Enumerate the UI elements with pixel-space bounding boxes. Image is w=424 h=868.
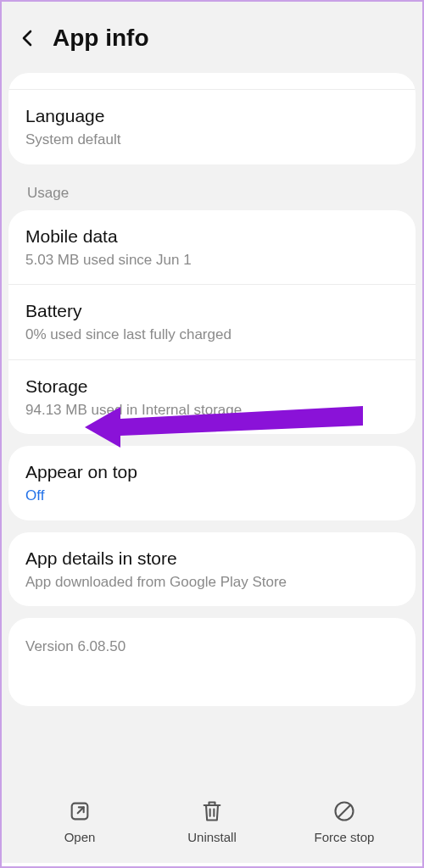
row-store-title: App details in store — [25, 548, 399, 570]
content-scroll[interactable]: Language System default Usage Mobile dat… — [8, 73, 416, 787]
row-appear-on-top-sub: Off — [25, 487, 399, 504]
row-app-details-in-store[interactable]: App details in store App downloaded from… — [8, 532, 416, 607]
card-usage: Mobile data 5.03 MB used since Jun 1 Bat… — [8, 210, 416, 435]
forbid-icon — [332, 799, 356, 823]
uninstall-label: Uninstall — [187, 830, 237, 844]
open-icon — [68, 799, 92, 823]
row-mobile-data-title: Mobile data — [25, 225, 399, 248]
bottom-bar: Open Uninstall Force stop — [8, 787, 416, 856]
trash-icon — [200, 799, 224, 823]
row-storage[interactable]: Storage 94.13 MB used in Internal storag… — [8, 359, 416, 435]
force-stop-button[interactable]: Force stop — [279, 799, 410, 844]
card-default: Language System default — [8, 73, 416, 164]
row-battery[interactable]: Battery 0% used since last fully charged — [8, 284, 416, 359]
card-version: Version 6.08.50 — [8, 618, 416, 706]
header: App info — [8, 8, 416, 73]
svg-line-4 — [338, 805, 350, 817]
card-store-details: App details in store App downloaded from… — [8, 532, 416, 607]
row-battery-sub: 0% used since last fully charged — [25, 326, 399, 343]
row-appear-on-top-title: Appear on top — [25, 461, 399, 483]
row-truncated[interactable] — [8, 73, 416, 90]
row-language-title: Language — [25, 105, 399, 127]
page-title: App info — [53, 25, 149, 52]
row-mobile-data[interactable]: Mobile data 5.03 MB used since Jun 1 — [8, 210, 416, 285]
open-label: Open — [64, 830, 96, 844]
open-button[interactable]: Open — [14, 799, 145, 844]
uninstall-button[interactable]: Uninstall — [147, 799, 277, 844]
row-storage-title: Storage — [25, 376, 399, 398]
row-store-sub: App downloaded from Google Play Store — [25, 573, 399, 591]
row-mobile-data-sub: 5.03 MB used since Jun 1 — [25, 251, 399, 269]
row-language-sub: System default — [25, 131, 399, 148]
section-label-usage: Usage — [8, 176, 416, 210]
row-appear-on-top[interactable]: Appear on top Off — [8, 446, 416, 520]
row-language[interactable]: Language System default — [8, 90, 416, 164]
card-appear-on-top: Appear on top Off — [8, 446, 416, 520]
back-icon — [18, 28, 38, 48]
row-battery-title: Battery — [25, 300, 399, 322]
row-storage-sub: 94.13 MB used in Internal storage — [25, 401, 399, 419]
version-text: Version 6.08.50 — [25, 638, 126, 654]
back-button[interactable] — [14, 24, 42, 53]
force-stop-label: Force stop — [315, 830, 375, 844]
